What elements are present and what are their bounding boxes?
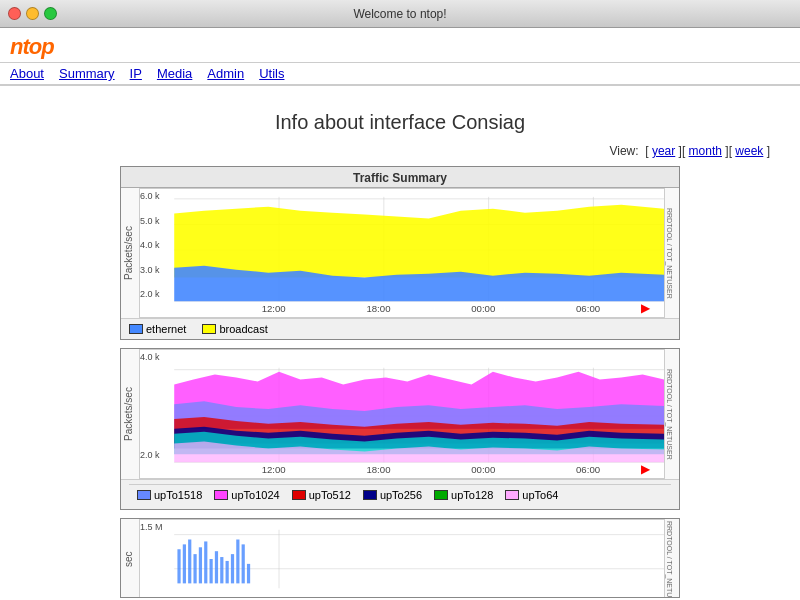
- svg-rect-35: [177, 549, 180, 583]
- chart-title-1: Traffic Summary: [121, 167, 679, 188]
- chart-canvas-1: 6.0 k 5.0 k 4.0 k 3.0 k 2.0 k: [139, 188, 665, 318]
- chart-svg-1: 12:00 18:00 00:00 06:00: [140, 189, 664, 317]
- legend-color-broadcast: [202, 324, 216, 334]
- right-label-2: RRDTOOL / TOT_NETUSER: [665, 349, 679, 479]
- chart-area-2: Packets/sec 4.0 k 2.0 k: [121, 349, 679, 479]
- view-month[interactable]: month: [689, 144, 722, 158]
- legend-upto256: upTo256: [363, 489, 422, 501]
- legend-upto128: upTo128: [434, 489, 493, 501]
- y-label-1: Packets/sec: [121, 188, 139, 318]
- chart-legend-1: ethernet broadcast: [121, 318, 679, 339]
- chart-svg-2: 12:00 18:00 00:00 06:00: [140, 350, 664, 478]
- chart-canvas-2: 4.0 k 2.0 k: [139, 349, 665, 479]
- close-button[interactable]: [8, 7, 21, 20]
- y-tick: 2.0 k: [140, 289, 172, 299]
- legend-upto1024: upTo1024: [214, 489, 279, 501]
- legend-color-ethernet: [129, 324, 143, 334]
- titlebar: Welcome to ntop!: [0, 0, 800, 28]
- logo-top: top: [22, 34, 53, 59]
- svg-rect-38: [193, 554, 196, 583]
- view-week[interactable]: week: [735, 144, 763, 158]
- svg-text:06:00: 06:00: [576, 304, 600, 314]
- nav-summary[interactable]: Summary: [59, 66, 115, 81]
- legend-upto64: upTo64: [505, 489, 558, 501]
- svg-rect-44: [226, 561, 229, 583]
- legend-upto1518: upTo1518: [137, 489, 202, 501]
- legend-label-64: upTo64: [522, 489, 558, 501]
- chart-packet-sizes: Packets/sec 4.0 k 2.0 k: [120, 348, 680, 510]
- app-logo: ntop: [10, 34, 790, 60]
- window-controls[interactable]: [8, 7, 57, 20]
- svg-text:06:00: 06:00: [576, 465, 600, 475]
- svg-text:12:00: 12:00: [262, 304, 286, 314]
- svg-rect-42: [215, 551, 218, 583]
- nav-admin[interactable]: Admin: [207, 66, 244, 81]
- app-header: ntop: [0, 28, 800, 63]
- svg-rect-46: [236, 540, 239, 584]
- y-tick: 4.0 k: [140, 240, 172, 250]
- y-tick: 3.0 k: [140, 265, 172, 275]
- y-tick-2b: 2.0 k: [140, 450, 172, 460]
- svg-rect-39: [199, 547, 202, 583]
- legend-color-1024: [214, 490, 228, 500]
- svg-text:18:00: 18:00: [366, 304, 390, 314]
- svg-text:00:00: 00:00: [471, 465, 495, 475]
- svg-text:00:00: 00:00: [471, 304, 495, 314]
- svg-rect-37: [188, 540, 191, 584]
- legend-label-128: upTo128: [451, 489, 493, 501]
- nav-media[interactable]: Media: [157, 66, 192, 81]
- legend-color-128: [434, 490, 448, 500]
- red-arrow-1: ▶: [641, 301, 650, 315]
- legend-color-512: [292, 490, 306, 500]
- page-body: Info about interface Consiag View: [ yea…: [0, 86, 800, 600]
- legend-label-256: upTo256: [380, 489, 422, 501]
- legend-label-1518: upTo1518: [154, 489, 202, 501]
- view-links: View: [ year ][ month ][ week ]: [20, 144, 780, 158]
- legend-label-ethernet: ethernet: [146, 323, 186, 335]
- svg-rect-43: [220, 557, 223, 583]
- window-title: Welcome to ntop!: [353, 7, 446, 21]
- chart-third: sec 1.5 M: [120, 518, 680, 598]
- y-tick-3: 1.5 M: [140, 522, 163, 532]
- legend-color-64: [505, 490, 519, 500]
- svg-rect-48: [247, 564, 250, 584]
- legend-color-256: [363, 490, 377, 500]
- legend-label-1024: upTo1024: [231, 489, 279, 501]
- y-label-3: sec: [121, 519, 139, 598]
- red-arrow-2: ▶: [641, 462, 650, 476]
- navbar: About Summary IP Media Admin Utils: [0, 63, 800, 86]
- svg-rect-41: [210, 559, 213, 583]
- logo-n: n: [10, 34, 22, 59]
- nav-utils[interactable]: Utils: [259, 66, 284, 81]
- svg-text:18:00: 18:00: [366, 465, 390, 475]
- svg-rect-45: [231, 554, 234, 583]
- nav-about[interactable]: About: [10, 66, 44, 81]
- svg-rect-47: [242, 544, 245, 583]
- view-year[interactable]: year: [652, 144, 675, 158]
- minimize-button[interactable]: [26, 7, 39, 20]
- svg-rect-40: [204, 541, 207, 583]
- y-label-2: Packets/sec: [121, 349, 139, 479]
- chart-legend-2: upTo1518 upTo1024 upTo512 upTo256: [121, 479, 679, 509]
- maximize-button[interactable]: [44, 7, 57, 20]
- chart-area-3: sec 1.5 M: [121, 519, 679, 598]
- legend-ethernet: ethernet: [129, 323, 186, 335]
- svg-text:12:00: 12:00: [262, 465, 286, 475]
- y-tick: 5.0 k: [140, 216, 172, 226]
- nav-ip[interactable]: IP: [130, 66, 142, 81]
- y-tick: 6.0 k: [140, 191, 172, 201]
- y-tick-2a: 4.0 k: [140, 352, 172, 362]
- svg-marker-9: [174, 205, 664, 278]
- page-title: Info about interface Consiag: [20, 111, 780, 134]
- legend-color-1518: [137, 490, 151, 500]
- legend-label-512: upTo512: [309, 489, 351, 501]
- main-content: ntop About Summary IP Media Admin Utils …: [0, 28, 800, 600]
- legend-upto512: upTo512: [292, 489, 351, 501]
- view-label: View:: [609, 144, 638, 158]
- chart-traffic-summary: Traffic Summary Packets/sec 6.0 k 5.0 k …: [120, 166, 680, 340]
- legend-label-broadcast: broadcast: [219, 323, 267, 335]
- right-label-1: RRDTOOL / TOT_NETUSER: [665, 188, 679, 318]
- chart-svg-3: [140, 520, 664, 598]
- svg-rect-36: [183, 544, 186, 583]
- chart-area-1: Packets/sec 6.0 k 5.0 k 4.0 k 3.0 k 2.0 …: [121, 188, 679, 318]
